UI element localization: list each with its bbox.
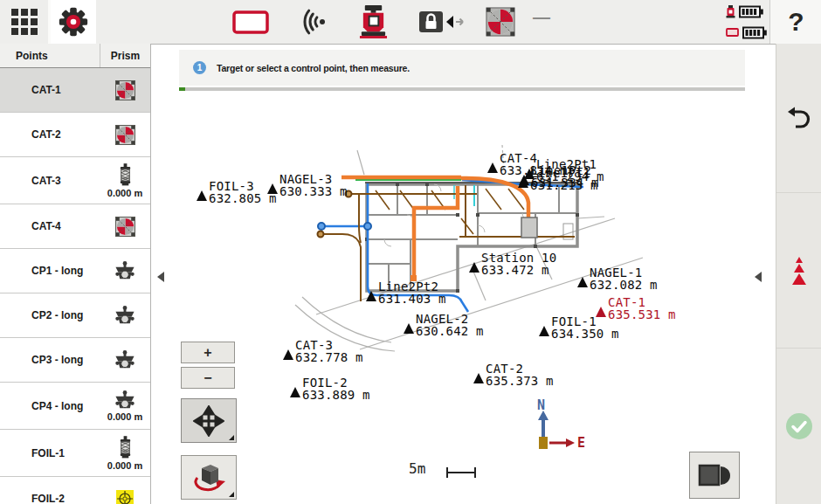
prism-height: 0.000 m [107,411,142,422]
progress-fill [179,87,185,91]
compass-north-label: N [537,397,545,413]
point-elevation: 634.350 m [551,328,619,340]
point-elevation: 631.213 m [530,179,598,191]
zoom-out-button[interactable]: − [181,367,235,389]
map-point-nagel-3[interactable]: NAGEL-3630.333 m [267,173,348,197]
point-row-cat-3[interactable]: CAT-3 0.000 m [0,157,150,204]
controller-mini-icon [726,28,739,37]
checker-target-icon [115,217,135,237]
compass-east-label: E [577,435,585,451]
point-name: FOIL-2 [0,477,100,504]
long-press-marker [229,492,234,497]
point-name: NAGEL-2 [416,313,484,325]
point-name: CP1 - long [0,249,100,293]
point-row-cp2-long[interactable]: CP2 - long [0,293,150,338]
settings-button[interactable] [51,0,96,44]
point-name: FOIL-1 [0,430,100,476]
prism-height: 0.000 m [107,460,142,471]
checker-target-icon [115,125,135,145]
point-row-cp4-long[interactable]: CP4 - long 0.000 m [0,383,150,430]
map-point-foil-2[interactable]: FOIL-2633.889 m [290,376,370,401]
pan-button[interactable] [181,398,237,443]
point-name: Station 10 [481,252,556,264]
confirm-section[interactable] [776,349,821,504]
point-triangle-icon [539,326,549,336]
lock-measure-button[interactable] [419,9,468,35]
point-triangle-icon [577,277,588,287]
point-elevation: 633.889 m [302,389,370,401]
prism-round-icon [114,350,136,370]
point-name: CAT-1 [0,68,100,112]
point-triangle-icon [518,177,528,188]
point-row-cat-4[interactable]: CAT-4 [0,204,150,249]
map-point-nagel-2[interactable]: NAGEL-2630.642 m [404,313,484,337]
collapse-right-panel-icon[interactable] [755,272,762,282]
point-elevation: 630.642 m [416,325,484,337]
target-triangles-icon [792,257,806,285]
collapse-left-panel-icon[interactable] [157,272,164,282]
pan-arrows-icon [193,405,224,437]
top-toolbar: — ? [0,0,821,45]
map-point-line1pt1[interactable]: Line1Pt1631.213 m [518,167,598,191]
point-triangle-icon [283,349,293,360]
map-point-station-10[interactable]: Station 10633.472 m [469,252,556,276]
origin-marker-icon [539,437,548,449]
point-triangle-icon [473,373,484,383]
settings-gear-icon [57,5,90,38]
point-triangle-icon [197,190,207,201]
prism-target-button[interactable] [486,7,515,37]
point-row-cp1-long[interactable]: CP1 - long [0,249,150,293]
point-row-foil-1[interactable]: FOIL-1 0.000 m [0,430,150,477]
prism-round-icon [114,261,136,281]
instrument-button[interactable] [359,4,388,40]
map-point-foil-3[interactable]: FOIL-3632.805 m [197,180,277,204]
point-name: CAT-4 [0,204,100,248]
controller-battery-icon [742,26,767,39]
prism-height: 0.000 m [107,188,142,198]
point-elevation: 632.082 m [590,279,658,291]
measure-section[interactable] [776,193,821,349]
undo-section[interactable] [776,44,821,193]
points-panel-header: Points Prism [0,44,150,68]
prism-round-icon [114,306,136,326]
point-row-cp3-long[interactable]: CP3 - long [0,338,150,383]
rotate-3d-cube-icon [190,461,227,494]
map-point-foil-1[interactable]: FOIL-1634.350 m [539,315,619,340]
zoom-in-button[interactable]: + [181,342,235,363]
prism-round-icon [114,390,136,411]
radio-signal-button[interactable] [295,7,330,37]
map-point-nagel-1[interactable]: NAGEL-1632.082 m [577,266,658,291]
point-row-cat-1[interactable]: CAT-1 [0,68,150,113]
rotate-3d-button[interactable] [181,455,237,500]
help-button[interactable]: ? [769,0,821,44]
progress-bar [179,87,745,91]
point-name: NAGEL-3 [279,173,348,185]
instrument-battery-icon [739,5,763,18]
point-name: CAT-4 [500,152,568,164]
point-row-foil-2[interactable]: FOIL-2 [0,477,150,504]
east-arrow-icon [566,438,575,447]
point-name: CP2 - long [0,293,100,337]
point-triangle-icon [366,291,376,301]
map-view[interactable] [150,44,776,504]
point-triangle-icon [267,183,278,194]
confirm-check-icon [785,412,813,440]
status-dash: — [533,7,550,27]
map-point-cat-2[interactable]: CAT-2635.373 m [473,362,554,387]
apps-menu-button[interactable] [0,0,48,44]
scale-label: 5m [409,460,425,477]
point-row-cat-2[interactable]: CAT-2 [0,113,150,157]
point-name: NAGEL-1 [590,266,658,279]
point-name: Line1Pt1 [530,167,598,179]
point-triangle-icon [469,262,479,273]
point-name: CAT-2 [0,113,100,156]
display-screen-button[interactable] [232,10,269,34]
checker-target-icon [115,80,135,100]
scale-bar [445,466,477,480]
map-point-cat-3[interactable]: CAT-3632.778 m [283,339,363,363]
camera-view-button[interactable] [689,452,740,499]
point-name: CP4 - long [0,383,100,429]
point-name: Line2Pt2 [378,280,446,293]
action-panel [776,44,821,504]
map-point-line2pt2[interactable]: Line2Pt2631.403 m [366,280,446,305]
